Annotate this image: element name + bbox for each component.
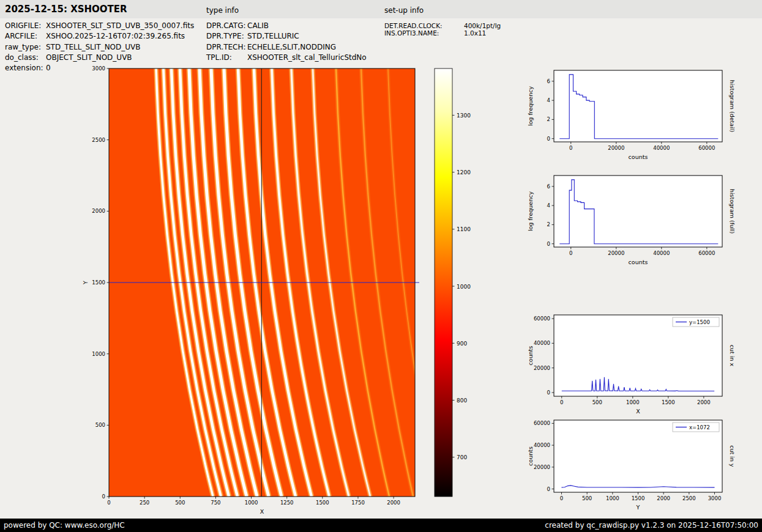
svg-text:counts: counts xyxy=(629,153,648,160)
footer-created-by: created by qc_rawdisp.py v1.2.3 on 2025-… xyxy=(545,521,758,530)
svg-text:1000: 1000 xyxy=(92,351,105,357)
svg-text:4: 4 xyxy=(547,202,550,209)
svg-text:500: 500 xyxy=(582,495,592,501)
svg-text:60000: 60000 xyxy=(534,316,550,322)
extension-value: 0 xyxy=(46,64,51,72)
svg-text:1100: 1100 xyxy=(457,226,471,232)
svg-text:2000: 2000 xyxy=(657,495,670,501)
dpr-tech-value: ECHELLE,SLIT,NODDING xyxy=(247,43,336,51)
dpr-tech-label: DPR.TECH: xyxy=(206,43,246,51)
setup-info-heading: set-up info xyxy=(384,6,424,15)
svg-text:40000: 40000 xyxy=(653,145,670,151)
svg-text:X: X xyxy=(636,408,640,415)
svg-text:x=1072: x=1072 xyxy=(689,424,710,430)
svg-text:2: 2 xyxy=(547,221,550,227)
colorbar: 7008009001000110012001300 xyxy=(435,68,452,497)
svg-text:20000: 20000 xyxy=(534,365,550,371)
tpl-id-value: XSHOOTER_slt_cal_TelluricStdNo xyxy=(247,53,367,62)
svg-text:20000: 20000 xyxy=(608,250,624,256)
svg-text:1250: 1250 xyxy=(280,500,294,506)
svg-text:0: 0 xyxy=(560,495,563,501)
svg-text:20000: 20000 xyxy=(534,464,550,470)
footer-bar: powered by QC: www.eso.org/HC created by… xyxy=(0,519,762,532)
dpr-type-value: STD,TELLURIC xyxy=(247,32,299,40)
footer-qc-link[interactable]: powered by QC: www.eso.org/HC xyxy=(4,521,125,530)
svg-text:0: 0 xyxy=(107,500,110,506)
svg-text:2000: 2000 xyxy=(697,399,711,405)
arcfile-label: ARCFILE: xyxy=(5,32,37,40)
svg-text:3000: 3000 xyxy=(92,65,105,72)
arcfile-value: XSHOO.2025-12-16T07:02:39.265.fits xyxy=(46,32,185,40)
svg-text:Y: Y xyxy=(636,504,640,511)
svg-text:0: 0 xyxy=(547,486,550,492)
tpl-id-label: TPL.ID: xyxy=(206,53,232,62)
svg-text:1500: 1500 xyxy=(632,495,645,501)
svg-text:700: 700 xyxy=(457,454,467,460)
svg-text:0: 0 xyxy=(547,241,550,247)
svg-text:2500: 2500 xyxy=(92,137,105,143)
dpr-type-label: DPR.TYPE: xyxy=(206,32,244,40)
svg-text:counts: counts xyxy=(527,446,534,466)
raw-type-value: STD_TELL_SLIT_NOD_UVB xyxy=(46,43,141,51)
svg-text:1000: 1000 xyxy=(606,495,619,501)
svg-text:1200: 1200 xyxy=(457,169,471,175)
svg-text:2000: 2000 xyxy=(92,208,105,214)
raw-frame-image-plot: 0250500750100012501500175020000500100015… xyxy=(109,68,415,497)
cut-in-x-plot: 05001000150020000200004000060000Xcountsc… xyxy=(554,315,722,396)
svg-text:2500: 2500 xyxy=(682,495,696,501)
origfile-value: XSHOOTER_SLT_STD_UVB_350_0007.fits xyxy=(46,21,194,30)
svg-text:3000: 3000 xyxy=(708,495,722,501)
svg-text:1750: 1750 xyxy=(351,500,365,506)
svg-text:40000: 40000 xyxy=(534,340,550,346)
svg-text:750: 750 xyxy=(211,500,220,506)
det-read-clock-label: DET.READ.CLOCK: xyxy=(384,22,443,29)
svg-text:40000: 40000 xyxy=(653,250,670,256)
svg-text:900: 900 xyxy=(457,341,467,347)
svg-text:1000: 1000 xyxy=(626,399,640,405)
svg-text:histogram (full): histogram (full) xyxy=(729,189,736,234)
svg-text:0: 0 xyxy=(569,250,572,256)
svg-text:500: 500 xyxy=(95,422,105,428)
origfile-label: ORIGFILE: xyxy=(5,21,41,30)
svg-text:500: 500 xyxy=(175,500,185,506)
svg-text:800: 800 xyxy=(457,397,467,404)
svg-text:0: 0 xyxy=(560,399,563,405)
dpr-catg-label: DPR.CATG: xyxy=(206,21,246,30)
svg-text:counts: counts xyxy=(527,346,534,366)
svg-text:cut in x: cut in x xyxy=(729,345,736,367)
svg-text:0: 0 xyxy=(569,145,572,151)
ins-opti3-name-label: INS.OPTI3.NAME: xyxy=(384,29,439,37)
svg-text:log frequency: log frequency xyxy=(527,191,534,232)
dpr-catg-value: CALIB xyxy=(247,21,269,30)
histogram-detail-plot: 02000040000600000246countslog frequencyh… xyxy=(554,70,722,142)
cut-in-y-plot: 0500100015002000250030000200004000060000… xyxy=(554,420,722,492)
header-bar: 2025-12-15: XSHOOTER type info set-up in… xyxy=(0,0,762,18)
svg-text:0: 0 xyxy=(102,493,105,500)
ins-opti3-name-value: 1.0x11 xyxy=(464,29,486,37)
svg-text:6: 6 xyxy=(547,183,550,190)
svg-text:40000: 40000 xyxy=(534,442,550,448)
svg-text:6: 6 xyxy=(547,78,550,84)
svg-text:1000: 1000 xyxy=(245,500,258,506)
svg-text:y=1500: y=1500 xyxy=(689,319,710,325)
svg-text:1500: 1500 xyxy=(92,279,105,286)
svg-text:Y: Y xyxy=(82,281,89,285)
histogram-full-plot: 02000040000600000246countslog frequencyh… xyxy=(554,175,722,247)
svg-text:4: 4 xyxy=(547,97,550,103)
svg-text:X: X xyxy=(260,508,264,515)
det-read-clock-value: 400k/1pt/lg xyxy=(464,22,501,29)
do-class-value: OBJECT_SLIT_NOD_UVB xyxy=(46,53,132,62)
svg-text:1500: 1500 xyxy=(662,399,675,405)
page-title: 2025-12-15: XSHOOTER xyxy=(5,4,127,15)
svg-text:60000: 60000 xyxy=(698,145,715,151)
svg-text:20000: 20000 xyxy=(608,145,624,151)
svg-text:2: 2 xyxy=(547,116,550,122)
svg-text:1000: 1000 xyxy=(457,284,471,290)
svg-text:60000: 60000 xyxy=(698,250,715,256)
svg-text:1300: 1300 xyxy=(457,113,471,119)
svg-text:cut in y: cut in y xyxy=(729,445,736,467)
type-info-heading: type info xyxy=(206,6,239,15)
svg-text:log frequency: log frequency xyxy=(527,86,534,127)
raw-type-label: raw_type: xyxy=(5,43,41,51)
extension-label: extension: xyxy=(5,64,43,72)
